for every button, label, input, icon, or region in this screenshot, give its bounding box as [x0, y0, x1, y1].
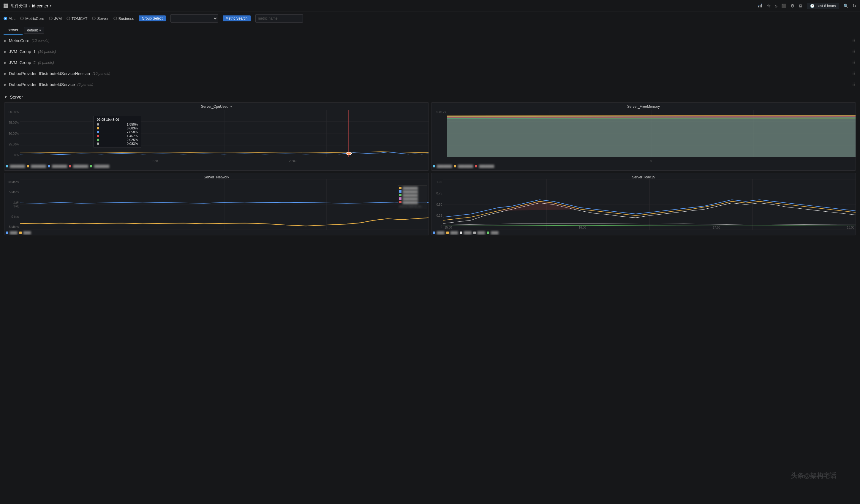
cpu-tooltip: 09-05 19:45:00 1.850% 8.683% 7.858% — [94, 116, 141, 148]
section-jvmg2-count: (5 panels) — [38, 61, 54, 65]
filter-bar: ALL MetricCore JVM TOMCAT Server Busines… — [0, 12, 860, 25]
tab-server[interactable]: server — [3, 25, 23, 35]
filter-metriccore[interactable]: MetricCore — [20, 16, 44, 21]
section-metriccore-chevron: ▶ — [4, 39, 6, 43]
section-dubbo1-chevron: ▶ — [4, 72, 6, 76]
cpu-chart-area: 100.00% 75.00% 50.00% 25.00% 0% — [4, 110, 429, 163]
mem-legend-3 — [475, 165, 477, 167]
breadcrumb-sep: / — [29, 3, 30, 8]
watermark: 头条@架构宅话 — [791, 471, 836, 480]
section-dubbo1-count: (10 panels) — [92, 72, 110, 76]
cpu-svg — [20, 110, 429, 157]
breadcrumb-dropdown-icon[interactable]: ▾ — [50, 4, 52, 8]
section-jvmg1-title: JVM_Group_1 — [9, 49, 35, 54]
network-chart-title: Server_Network — [4, 173, 429, 179]
filter-server-label: Server — [97, 16, 109, 21]
filter-tomcat-label: TOMCAT — [72, 16, 88, 21]
memory-svg — [447, 110, 856, 157]
metric-search-input[interactable] — [255, 14, 303, 23]
tooltip-dot-5 — [97, 138, 99, 141]
cpu-chart-panel: Server_CpuUsed ▾ 100.00% 75.00% 50.00% 2… — [4, 102, 429, 171]
memory-x-axis: 0 — [447, 159, 856, 163]
time-range-badge[interactable]: 🕐 Last 6 hours — [807, 3, 839, 9]
tooltip-dot-6 — [97, 143, 99, 145]
section-dubbo-hessian[interactable]: ▶ DubboProvider_IDistributeIdServiceHess… — [0, 68, 860, 79]
chart-add-icon[interactable] — [758, 3, 763, 9]
metric-search-label: Metric Search — [223, 15, 250, 21]
filter-tomcat-radio[interactable] — [67, 17, 70, 20]
section-metriccore-drag: ⠿ — [852, 38, 856, 44]
group-select-dropdown[interactable] — [170, 14, 218, 23]
svg-rect-0 — [758, 6, 759, 8]
section-dubbo1-drag: ⠿ — [852, 71, 856, 77]
filter-server[interactable]: Server — [92, 16, 109, 21]
network-chart-panel: Server_Network 10 Mbps 5 Mbps 上传 /下载 0 b… — [4, 173, 429, 235]
filter-business[interactable]: Business — [113, 16, 134, 21]
filter-jvm-label: JVM — [54, 16, 62, 21]
memory-chart-area: 5.0 GB — [431, 110, 856, 163]
load15-chart-area: 1.00 0.75 0.50 0.25 0 — [431, 179, 856, 230]
load15-svg-wrapper — [443, 179, 856, 230]
section-jvmg1-chevron: ▶ — [4, 50, 6, 54]
network-svg — [20, 179, 429, 230]
cpu-y-axis: 100.00% 75.00% 50.00% 25.00% 0% — [4, 110, 20, 157]
filter-jvm-radio[interactable] — [49, 17, 53, 20]
save-icon[interactable]: ⬛ — [781, 3, 786, 8]
section-metriccore[interactable]: ▶ MetricCore (10 panels) ⠿ — [0, 35, 860, 46]
search-icon[interactable]: 🔍 — [843, 3, 848, 8]
breadcrumb-current[interactable]: id-center — [32, 3, 48, 8]
filter-jvm[interactable]: JVM — [49, 16, 62, 21]
section-dubbo2-title: DubboProvider_IDistributeIdService — [9, 82, 75, 87]
tv-icon[interactable]: 🖥 — [799, 3, 803, 8]
memory-y-axis: 5.0 GB — [431, 110, 447, 157]
star-icon[interactable]: ☆ — [767, 3, 771, 9]
cpu-title-dropdown[interactable]: ▾ — [230, 105, 232, 108]
section-jvm-group-2[interactable]: ▶ JVM_Group_2 (5 panels) ⠿ — [0, 57, 860, 68]
share-icon[interactable]: ⎋ — [775, 3, 777, 8]
tab-default[interactable]: default ▾ — [24, 27, 44, 33]
tooltip-dot-2 — [97, 127, 99, 130]
filter-metriccore-radio[interactable] — [20, 17, 24, 20]
filter-all-label: ALL — [9, 16, 15, 21]
section-dubbo2-count: (6 panels) — [77, 83, 93, 87]
filter-all[interactable]: ALL — [3, 16, 15, 21]
server-section-header[interactable]: ▼ Server — [4, 93, 856, 102]
legend-dot-2 — [27, 165, 29, 167]
filter-all-radio[interactable] — [3, 17, 7, 20]
load15-chart-title: Server_load15 — [431, 173, 856, 179]
cpu-chart-title: Server_CpuUsed ▾ — [4, 103, 429, 109]
load15-x-axis: 15:00 16:00 17:00 18:00 — [443, 226, 856, 229]
filter-business-radio[interactable] — [113, 17, 117, 20]
section-jvmg2-drag: ⠿ — [852, 60, 856, 65]
memory-stacked-area — [447, 110, 856, 157]
section-jvmg2-chevron: ▶ — [4, 61, 6, 65]
section-metriccore-title: MetricCore — [9, 38, 29, 43]
legend-dot-4 — [69, 165, 71, 167]
tooltip-dot-3 — [97, 131, 99, 133]
svg-point-12 — [346, 152, 352, 155]
app-grid-icon[interactable] — [3, 3, 8, 8]
section-dubbo[interactable]: ▶ DubboProvider_IDistributeIdService (6 … — [0, 79, 860, 90]
main-content: ▶ MetricCore (10 panels) ⠿ ▶ JVM_Group_1… — [0, 35, 860, 239]
network-y-axis: 10 Mbps 5 Mbps 上传 /下载 0 bps -5 Mbps — [4, 179, 20, 230]
clock-icon: 🕐 — [810, 4, 815, 8]
mem-legend-2 — [454, 165, 456, 167]
section-metriccore-count: (10 panels) — [31, 39, 49, 43]
section-jvm-group-1[interactable]: ▶ JVM_Group_1 (16 panels) ⠿ — [0, 46, 860, 57]
load15-y-axis: 1.00 0.75 0.50 0.25 0 — [431, 179, 443, 230]
filter-server-radio[interactable] — [92, 17, 96, 20]
mem-legend-1 — [433, 165, 435, 167]
server-section: ▼ Server Server_CpuUsed ▾ 100.00% 75.00%… — [0, 90, 860, 239]
legend-dot-1 — [6, 165, 8, 167]
network-svg-wrapper — [20, 179, 429, 230]
top-nav: 组件分组 / id-center ▾ ☆ ⎋ ⬛ ⚙ 🖥 🕐 Last 6 ho… — [0, 0, 860, 12]
tooltip-row-3: 7.858% — [97, 130, 138, 134]
svg-marker-25 — [447, 118, 856, 157]
refresh-icon[interactable]: ↻ — [852, 3, 857, 9]
tooltip-row-5: 2.025% — [97, 138, 138, 142]
filter-tomcat[interactable]: TOMCAT — [67, 16, 88, 21]
breadcrumb-prefix: 组件分组 — [11, 3, 27, 9]
settings-icon[interactable]: ⚙ — [790, 3, 794, 9]
load15-chart-panel: Server_load15 1.00 0.75 0.50 0.25 0 — [431, 173, 856, 235]
server-chevron: ▼ — [4, 95, 8, 99]
